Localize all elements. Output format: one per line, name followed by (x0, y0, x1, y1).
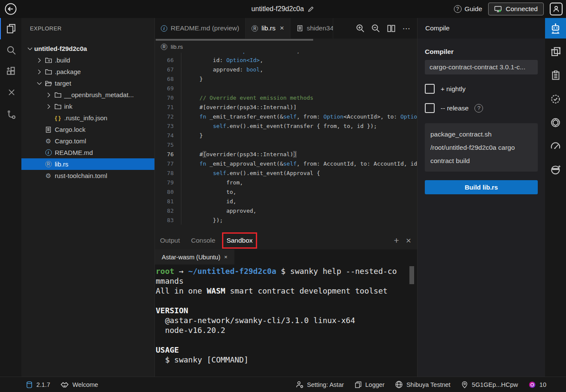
tree-item--build[interactable]: .build (21, 54, 154, 66)
compile-panel: Compile Compiler cargo-contract-contract… (417, 18, 545, 377)
code-line-71[interactable]: 71 #[overrider(psp34::Internal)] (155, 102, 417, 112)
build-button[interactable]: Build lib.rs (425, 180, 538, 194)
activity-item-artboard[interactable] (545, 42, 566, 62)
code-line-66[interactable]: 66 id: Option<Id>, (155, 55, 417, 65)
tree-item-untitled-f29d2c0a[interactable]: untitled-f29d2c0a (21, 43, 154, 54)
nightly-checkbox[interactable] (425, 84, 435, 94)
code-line-77[interactable]: 77 fn _emit_approval_event(&self, from: … (155, 159, 417, 168)
bottom-panel: OutputConsoleSandbox+× Astar-wasm (Ubunt… (155, 231, 417, 377)
code-text: id: Option<Id>, (181, 55, 263, 65)
panel-tab-sandbox[interactable]: Sandbox (226, 237, 252, 244)
activity-item-explorer[interactable] (0, 18, 21, 39)
close-icon[interactable]: × (280, 24, 284, 33)
files-icon (6, 23, 17, 34)
connected-button[interactable]: Connected (488, 3, 544, 15)
toolbar-more-actions-button[interactable]: ⋯ (401, 23, 412, 34)
code-text: self.env().emit_event(Transfer { from, t… (181, 121, 377, 131)
avatar-button[interactable] (550, 3, 563, 15)
toolbar-split-editor-button[interactable] (385, 23, 397, 34)
code-line-74[interactable]: 74 } (155, 131, 417, 140)
toolbar-zoom-out-button[interactable] (370, 23, 381, 34)
code-line-79[interactable]: 79 from, (155, 178, 417, 187)
terminal-line-7: node-v16.20.2 (156, 326, 413, 336)
code-line-81[interactable]: 81 id, (155, 196, 417, 206)
activity-item-compile-robot[interactable] (545, 18, 566, 39)
code-line-75[interactable]: 75 (155, 140, 417, 149)
release-checkbox[interactable] (425, 103, 435, 113)
status-version[interactable]: 2.1.7 (26, 381, 50, 389)
status-account[interactable]: 5G1GEp...HCpw (461, 381, 518, 389)
code-line-72[interactable]: 72 fn _emit_transfer_event(&self, from: … (155, 112, 417, 121)
editor-toolbar: ⋯ (350, 18, 417, 39)
tree-item-rust-toolchain-toml[interactable]: ⚙rust-toolchain.toml (21, 170, 154, 181)
activity-item-verified-badge[interactable] (545, 89, 566, 109)
code-line-82[interactable]: 82 approved, (155, 206, 417, 215)
breadcrumb[interactable]: R lib.rs (155, 41, 417, 53)
code-text: // Override event emission methods (181, 93, 313, 102)
code-text: }); (181, 215, 223, 225)
globe-icon (395, 380, 403, 389)
release-help-icon[interactable]: ? (474, 104, 483, 113)
extensions-icon (6, 66, 17, 77)
activity-item-collapse[interactable] (0, 82, 21, 104)
tree-item-label: lib.rs (55, 160, 68, 168)
activity-item-gauge[interactable] (545, 136, 566, 156)
code-line-68[interactable]: 68 } (155, 74, 417, 83)
tree-item--rustc-info-json[interactable]: { }.rustc_info.json (21, 112, 154, 124)
panel-tab-console[interactable]: Console (191, 237, 216, 244)
tree-item-lib-rs[interactable]: Rlib.rs (21, 158, 154, 170)
status-balance[interactable]: 10 (528, 381, 546, 389)
new-terminal-button[interactable]: + (394, 235, 399, 246)
guide-button[interactable]: ? Guide (454, 5, 482, 13)
tab-lib-rs[interactable]: Rlib.rs× (246, 18, 290, 39)
close-panel-button[interactable]: × (406, 235, 411, 246)
tree-item-cargo-toml[interactable]: ⚙Cargo.toml (21, 135, 154, 147)
activity-item-clipboard[interactable] (545, 65, 566, 86)
line-number: 71 (155, 104, 181, 110)
scrollbar-thumb[interactable] (156, 39, 313, 41)
tree-item-target[interactable]: target (21, 77, 154, 89)
code-line-67[interactable]: 67 approved: bool, (155, 65, 417, 74)
tree-item-label: target (55, 80, 71, 87)
panel-tab-output[interactable]: Output (160, 237, 180, 244)
code-line-78[interactable]: 78 self.env().emit_event(Approval { (155, 168, 417, 178)
tree-item-ink[interactable]: ink (21, 101, 154, 112)
chevron-right-icon (35, 68, 44, 75)
nightly-label: + nightly (441, 85, 465, 93)
tree-item-cargo-lock[interactable]: Cargo.lock (21, 124, 154, 135)
status-setting[interactable]: Setting: Astar (296, 380, 344, 389)
close-icon[interactable]: × (224, 254, 228, 260)
code-editor[interactable]: 65 to: Option<AccountId>,66 id: Option<I… (155, 53, 417, 231)
tab-shiden34[interactable]: shiden34 (290, 18, 333, 39)
compiler-select[interactable]: cargo-contract-contract 3.0.1-c... (425, 60, 538, 74)
terminal-output[interactable]: root → ~/untitled-f29d2c0a $ swanky help… (155, 264, 417, 377)
code-line-76[interactable]: 76 #[overrider(psp34::Internal)] (155, 149, 417, 159)
code-line-69[interactable]: 69 (155, 83, 417, 93)
tree-item--package[interactable]: .package (21, 66, 154, 77)
status-welcome[interactable]: Welcome (60, 380, 98, 389)
code-line-73[interactable]: 73 self.env().emit_event(Transfer { from… (155, 121, 417, 131)
code-text: fn _emit_transfer_event(&self, from: Opt… (181, 112, 417, 121)
tree-item-readme-md[interactable]: iREADME.md (21, 147, 154, 158)
code-text: approved, (181, 206, 256, 215)
chevron-right-icon (44, 92, 53, 98)
terminal-session-tab[interactable]: Astar-wasm (Ubuntu) × (155, 249, 234, 264)
code-line-80[interactable]: 80 to, (155, 187, 417, 196)
tree-item-label: .rustc_info.json (64, 114, 107, 122)
activity-item-openai[interactable] (545, 112, 566, 133)
status-logger[interactable]: Logger (354, 381, 385, 389)
terminal-scrollbar[interactable] (409, 266, 414, 284)
code-text: } (181, 74, 203, 83)
code-text: #[overrider(psp34::Internal)] (181, 149, 296, 159)
activity-item-cool-face[interactable] (545, 159, 566, 180)
code-line-70[interactable]: 70 // Override event emission methods (155, 93, 417, 102)
activity-item-source-graph[interactable] (0, 104, 21, 125)
activity-item-search[interactable] (0, 39, 21, 61)
tree-item--openbrush-metadat-[interactable]: __openbrush_metadat... (21, 89, 154, 101)
code-line-83[interactable]: 83 }); (155, 215, 417, 225)
activity-item-extensions[interactable] (0, 61, 21, 82)
toolbar-zoom-in-button[interactable] (355, 23, 366, 34)
status-network[interactable]: Shibuya Testnet (395, 380, 450, 389)
pencil-icon[interactable] (307, 6, 314, 13)
tab-readme-md-preview-[interactable]: iREADME.md (preview) (155, 18, 246, 39)
